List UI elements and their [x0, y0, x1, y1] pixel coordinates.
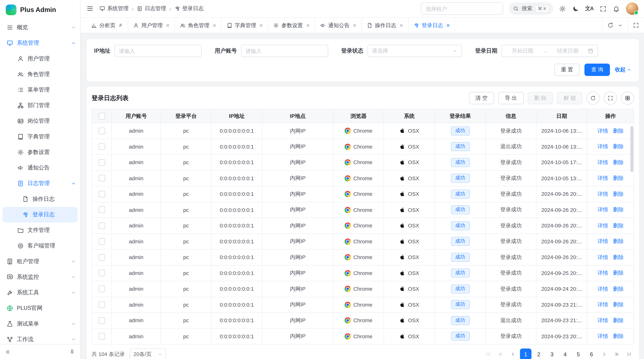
column-header-IP地点[interactable]: IP地点 [262, 109, 334, 123]
settings-gear-icon[interactable] [559, 5, 566, 12]
close-icon[interactable]: × [213, 22, 216, 28]
content-fullscreen-icon[interactable] [633, 22, 639, 28]
sidebar-item-菜单管理[interactable]: 菜单管理 [0, 82, 80, 98]
delete-link[interactable]: 删除 [613, 190, 624, 198]
breadcrumb-item[interactable]: 日志管理 [137, 5, 166, 12]
page-button-4[interactable]: 4 [560, 349, 571, 359]
sidebar-item-操作日志[interactable]: 操作日志 [0, 191, 80, 207]
delete-link[interactable]: 删除 [613, 143, 624, 150]
tab-分析页[interactable]: 分析页 [86, 18, 128, 33]
row-checkbox[interactable] [98, 191, 105, 197]
column-header-用户账号[interactable]: 用户账号 [112, 109, 161, 123]
detail-link[interactable]: 详情 [597, 301, 608, 308]
sidebar-item-测试菜单[interactable]: 测试菜单 [0, 316, 80, 332]
notifications-bell-icon[interactable] [613, 5, 620, 12]
tenant-select-input[interactable] [421, 2, 503, 15]
column-settings-button[interactable] [621, 91, 634, 105]
column-header-浏览器[interactable]: 浏览器 [334, 109, 384, 123]
sidebar-item-通知公告[interactable]: 通知公告 [0, 160, 80, 176]
pin-sidebar-icon[interactable] [69, 349, 75, 355]
sidebar-item-客户端管理[interactable]: 客户端管理 [0, 238, 80, 254]
tab-通知公告[interactable]: 通知公告 × [315, 18, 362, 33]
prev-5-pages-button[interactable] [495, 349, 506, 359]
detail-link[interactable]: 详情 [597, 238, 608, 245]
delete-link[interactable]: 删除 [613, 206, 624, 213]
detail-link[interactable]: 详情 [597, 190, 608, 198]
detail-link[interactable]: 详情 [597, 254, 608, 261]
detail-link[interactable]: 详情 [597, 222, 608, 229]
sidebar-item-工作流[interactable]: 工作流 [0, 332, 80, 344]
delete-link[interactable]: 删除 [613, 317, 624, 324]
sidebar-item-用户管理[interactable]: 用户管理 [0, 51, 80, 66]
delete-link[interactable]: 删除 [613, 254, 624, 261]
sidebar-item-系统工具[interactable]: 系统工具 [0, 285, 80, 300]
row-checkbox[interactable] [98, 207, 105, 213]
row-checkbox[interactable] [98, 175, 105, 182]
delete-link[interactable]: 删除 [613, 127, 624, 134]
detail-link[interactable]: 详情 [597, 317, 608, 324]
row-checkbox[interactable] [98, 143, 105, 150]
tab-登录日志[interactable]: 登录日志 × [408, 18, 455, 33]
clear-button[interactable]: 清 空 [469, 92, 494, 104]
detail-link[interactable]: 详情 [597, 269, 608, 277]
row-checkbox[interactable] [98, 286, 105, 292]
detail-link[interactable]: 详情 [597, 285, 608, 293]
table-fullscreen-button[interactable] [604, 91, 617, 105]
next-5-pages-button[interactable] [611, 349, 622, 359]
detail-link[interactable]: 详情 [597, 174, 608, 182]
language-translate-icon[interactable]: 文A [585, 5, 594, 12]
tab-角色管理[interactable]: 角色管理 × [175, 18, 222, 33]
tab-options-chevron-icon[interactable] [618, 23, 623, 28]
page-button-3[interactable]: 3 [546, 349, 558, 359]
row-checkbox[interactable] [98, 317, 105, 324]
tab-字典管理[interactable]: 字典管理 × [222, 18, 268, 33]
row-checkbox[interactable] [98, 127, 105, 134]
close-icon[interactable]: × [400, 22, 403, 28]
sidebar-item-系统管理[interactable]: 系统管理 [0, 35, 80, 51]
sidebar-item-岗位管理[interactable]: 岗位管理 [0, 113, 80, 129]
close-icon[interactable]: × [446, 22, 450, 28]
delete-button[interactable]: 删 除 [528, 92, 553, 104]
export-button[interactable]: 导 出 [498, 92, 524, 104]
detail-link[interactable]: 详情 [597, 333, 608, 340]
menu-toggle-icon[interactable] [86, 5, 94, 12]
breadcrumb-item[interactable]: 登录日志 [174, 5, 204, 12]
sidebar-item-部门管理[interactable]: 部门管理 [0, 98, 80, 113]
page-button-1[interactable]: 1 [520, 349, 532, 359]
column-header-登录结果[interactable]: 登录结果 [435, 109, 486, 123]
delete-link[interactable]: 删除 [613, 285, 624, 293]
detail-link[interactable]: 详情 [597, 127, 608, 134]
close-icon[interactable]: × [353, 22, 356, 28]
sidebar-item-角色管理[interactable]: 角色管理 [0, 66, 80, 82]
sidebar-item-租户管理[interactable]: 租户管理 [0, 254, 80, 269]
ip-input[interactable] [114, 45, 202, 57]
page-button-2[interactable]: 2 [533, 349, 544, 359]
page-button-6[interactable]: 6 [586, 349, 597, 359]
first-page-button[interactable] [483, 349, 494, 359]
delete-link[interactable]: 删除 [613, 174, 624, 182]
delete-link[interactable]: 删除 [613, 333, 624, 340]
page-button-5[interactable]: 5 [572, 349, 584, 359]
status-select[interactable]: 请选择 [368, 45, 462, 57]
row-checkbox[interactable] [98, 333, 105, 340]
reset-button[interactable]: 重 置 [554, 64, 580, 76]
sidebar-item-参数设置[interactable]: 参数设置 [0, 144, 80, 160]
sidebar-item-系统监控[interactable]: 系统监控 [0, 269, 80, 285]
sidebar-item-登录日志[interactable]: 登录日志 [2, 207, 78, 222]
logo[interactable]: Plus Admin [0, 0, 80, 20]
column-header-信息[interactable]: 信息 [486, 109, 536, 123]
row-checkbox[interactable] [98, 270, 105, 276]
page-size-select[interactable]: 20条/页 [130, 349, 166, 359]
detail-link[interactable]: 详情 [597, 159, 608, 166]
refresh-page-icon[interactable] [608, 22, 614, 28]
row-checkbox[interactable] [98, 238, 105, 245]
select-all-checkbox[interactable] [98, 113, 105, 119]
delete-link[interactable]: 删除 [613, 238, 624, 245]
delete-link[interactable]: 删除 [613, 269, 624, 277]
close-icon[interactable]: × [260, 22, 263, 28]
dark-mode-moon-icon[interactable] [572, 5, 579, 12]
column-header-操作[interactable]: 操作 [587, 109, 634, 123]
sidebar-item-概览[interactable]: 概览 [0, 20, 80, 35]
close-icon[interactable]: × [306, 22, 310, 28]
next-page-button[interactable] [599, 349, 610, 359]
